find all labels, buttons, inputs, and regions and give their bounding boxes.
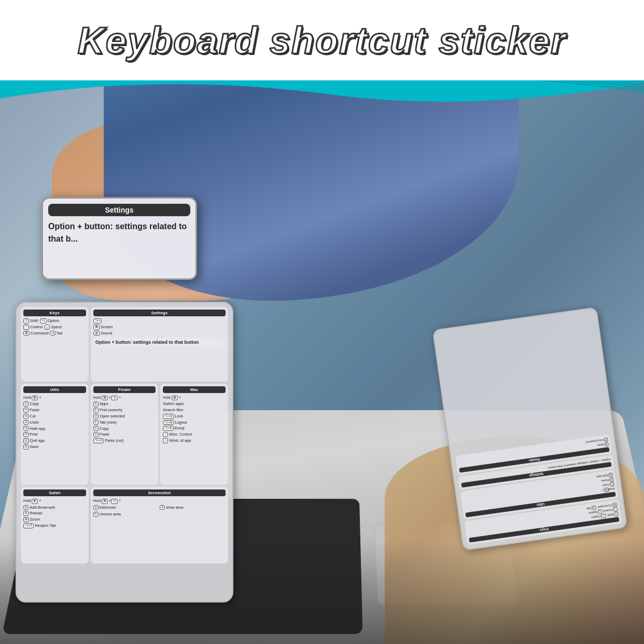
- finder-copy-row: CCopy: [93, 426, 156, 431]
- finder-open-row: OOpen selected: [93, 414, 156, 419]
- 5-key-ss: 5: [93, 512, 99, 517]
- apps-label: Apps: [100, 401, 108, 407]
- safari-section: Safari Hold ⌘+ DAdd Bookmark RReload ⊞Zo…: [21, 487, 89, 564]
- screenshot-draw-row: 4draw area: [160, 505, 226, 510]
- finder-header: Finder: [93, 386, 156, 393]
- finder-pastecut-row: ⌥+VPaste (cut): [93, 438, 156, 443]
- cmd-mac: ⌘: [172, 396, 178, 401]
- sound-icon: 🔊: [93, 331, 100, 336]
- screenshot-header: Screenshot: [93, 489, 226, 496]
- logout-label: Logout: [175, 420, 187, 425]
- wind-label: Wind. of app: [169, 438, 191, 443]
- utils-copy-row: CCopy: [23, 401, 86, 407]
- safari-reload-row: RReload: [23, 511, 86, 516]
- settings-popup: Settings Option + button: settings relat…: [41, 197, 197, 280]
- f-key-finder: F: [93, 408, 99, 413]
- paste-label: Paste: [30, 408, 39, 413]
- title-area: Keyboard shortcut sticker: [0, 0, 644, 80]
- safari-reopen-row: ⌥+TReopen Tab: [23, 523, 86, 528]
- c-key-finder: C: [93, 426, 99, 431]
- optq-key: ⌥+Q: [163, 414, 174, 419]
- print-label: Print: [30, 432, 37, 437]
- mac-emoji-row: ⌥+EEmoji: [163, 426, 226, 431]
- utils-section: Utils Hold ⌘+ CCopy VPaste XCut ZUndo HH…: [21, 384, 89, 485]
- draw-label: draw area: [166, 505, 183, 510]
- key-command-row: ⌘ Command ⇥ Tab: [23, 331, 86, 336]
- settings-inline-text: Option + button: settings related to tha…: [95, 340, 223, 345]
- utils-header: Utils: [23, 386, 86, 393]
- utils-cut-row: XCut: [23, 414, 86, 419]
- settings-option-row: ⌥+: [93, 318, 226, 324]
- utils-hide-row: HHide app: [23, 426, 86, 431]
- key-control-row: ⌃ Control ␣ Space: [23, 325, 86, 330]
- mac-section: Mac Hold ⌘+ Switch apps Search files ⌥+Q…: [160, 384, 228, 485]
- shift-icon: ⇧: [23, 318, 29, 324]
- plus-key-safari: ⊞: [23, 517, 29, 522]
- finder-hold-label: Hold ⌘+⌥+: [93, 395, 121, 401]
- bookmark-label: Add Bookmark: [30, 505, 55, 510]
- mac-lock-row: ⌥+QLock: [163, 414, 226, 419]
- tab-label: Tab: [57, 331, 63, 336]
- mac-hold-row: Hold ⌘+: [163, 395, 226, 401]
- finder-find-row: FFind (search): [93, 408, 156, 413]
- utils-hold-label: Hold ⌘+: [23, 395, 41, 401]
- pastecut-label: Paste (cut): [105, 438, 123, 443]
- utils-save-row: SSave: [23, 444, 86, 450]
- space-icon: ␣: [45, 325, 50, 330]
- mac-logout-row: ⌥+QLogout: [163, 420, 226, 425]
- settings-screen-row: 🖥 Screen: [93, 325, 226, 330]
- safari-bookmark-row: DAdd Bookmark: [23, 505, 86, 510]
- shift-label: Shift: [30, 318, 38, 324]
- mac-switch-row: Switch apps: [163, 401, 226, 407]
- mission-label: Miss. Control: [169, 432, 192, 437]
- keys-section: Keys ⇧ Shift ⌥ Option ⌃ Control ␣ Space …: [21, 307, 89, 382]
- r-key-safari: R: [23, 511, 29, 516]
- down-key: ↓: [163, 438, 168, 443]
- photo-background: Keys ⇧ Shift ⌥ Option ⌃ Control ␣ Space …: [0, 67, 644, 644]
- screenshot-full-row: 3fullscreen: [93, 505, 159, 510]
- utils-undo-row: ZUndo: [23, 420, 86, 425]
- v-key-finder: V: [93, 432, 99, 437]
- option-icon: ⌥: [40, 318, 47, 324]
- option-label: Option: [48, 318, 59, 324]
- 4-key-ss: 4: [160, 505, 165, 510]
- settings-small-section: Settings ⌥+ 🖥 Screen 🔊 Sound Option + bu…: [91, 307, 228, 382]
- sticker-card-main: Keys ⇧ Shift ⌥ Option ⌃ Control ␣ Space …: [16, 302, 233, 603]
- optt-key-safari: ⌥+T: [23, 523, 34, 528]
- sticker-card-secondary: Keys ⇧Shift ⌥Option ⌃Control ␣Space ⌘Com…: [432, 307, 628, 551]
- safari-zoom-row: ⊞Zoom: [23, 517, 86, 522]
- command-label: Command: [31, 331, 49, 336]
- screenshot-section: Screenshot Hold ⌘+⌥+ 3fullscreen 4draw a…: [91, 487, 228, 564]
- sticker2-inner: Keys ⇧Shift ⌥Option ⌃Control ␣Space ⌘Com…: [433, 308, 626, 550]
- finder-tab-row: TTab (new): [93, 420, 156, 425]
- mac-miss-row: ↑Miss. Control: [163, 432, 226, 437]
- tab-new-label: Tab (new): [100, 420, 117, 425]
- cmd-finder: ⌘: [102, 396, 108, 401]
- screenshot-hold-row: Hold ⌘+⌥+: [93, 498, 226, 504]
- c-key: C: [23, 401, 29, 407]
- settings-popup-text: Option + button: settings related to tha…: [48, 220, 190, 245]
- finder-hold-row: Hold ⌘+⌥+: [93, 395, 156, 401]
- v-key: V: [23, 408, 29, 413]
- control-icon: ⌃: [23, 325, 29, 330]
- hide-label: Hide app: [30, 426, 45, 431]
- mac-header: Mac: [163, 386, 226, 393]
- open-label: Open selected: [100, 414, 124, 419]
- optq2-key: ⌥+Q: [163, 420, 174, 425]
- paste-finder-label: Paste: [100, 432, 109, 437]
- safari-header: Safari: [23, 489, 86, 496]
- control-label: Control: [30, 325, 43, 330]
- screen-icon: 🖥: [93, 325, 100, 330]
- copy-label: Copy: [30, 401, 39, 407]
- page-title: Keyboard shortcut sticker: [78, 19, 566, 62]
- finder-section: Finder Hold ⌘+⌥+ AApps FFind (search) OO…: [91, 384, 159, 485]
- cmd-icon-utils: ⌘: [32, 396, 38, 401]
- switch-label: Switch apps: [163, 401, 184, 407]
- cmd-safari: ⌘: [32, 499, 38, 504]
- keys-header: Keys: [23, 310, 86, 316]
- h-key: H: [23, 426, 29, 431]
- finder-paste-row: VPaste: [93, 432, 156, 437]
- save-label: Save: [30, 444, 38, 450]
- utils-quit-row: QQuit app: [23, 438, 86, 443]
- reload-label: Reload: [30, 511, 42, 516]
